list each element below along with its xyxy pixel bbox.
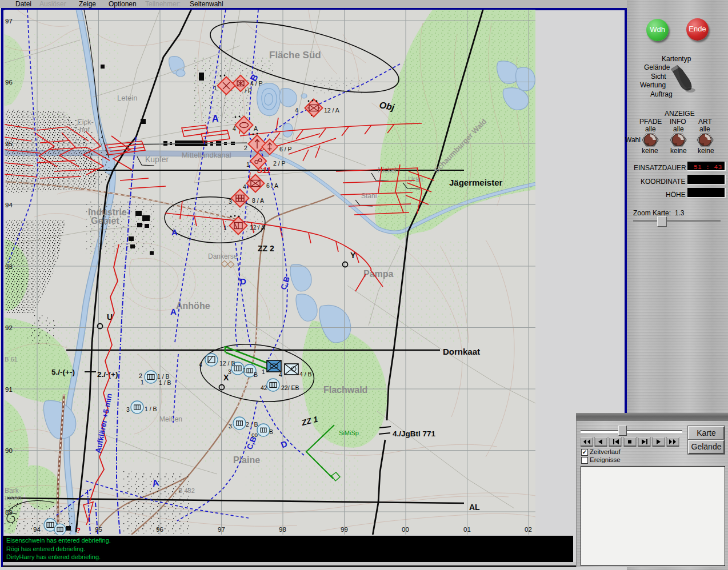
svg-text:90: 90 bbox=[5, 447, 13, 454]
svg-text:1 / B: 1 / B bbox=[159, 379, 171, 386]
svg-text:hof: hof bbox=[79, 125, 90, 134]
svg-text:2 / P: 2 / P bbox=[273, 160, 286, 167]
svg-text:Stahl: Stahl bbox=[361, 192, 377, 200]
svg-text:97: 97 bbox=[218, 526, 225, 533]
svg-text:Meißen: Meißen bbox=[159, 415, 182, 423]
svg-text:01: 01 bbox=[463, 526, 471, 533]
svg-text:4: 4 bbox=[243, 183, 246, 190]
svg-text:42: 42 bbox=[261, 384, 267, 391]
svg-text:89: 89 bbox=[5, 509, 13, 516]
svg-text:3: 3 bbox=[229, 423, 232, 429]
svg-text:98: 98 bbox=[279, 526, 286, 533]
svg-text:Dornkaat: Dornkaat bbox=[443, 347, 480, 356]
svg-text:3: 3 bbox=[229, 198, 232, 205]
svg-text:A: A bbox=[170, 307, 177, 316]
svg-text:Mittellandkanal: Mittellandkanal bbox=[182, 151, 231, 159]
svg-text:U: U bbox=[107, 312, 113, 322]
svg-text:22/ EB: 22/ EB bbox=[281, 384, 299, 391]
svg-text:ausen: ausen bbox=[3, 494, 22, 502]
svg-text:94: 94 bbox=[5, 202, 13, 208]
svg-text:2: 2 bbox=[244, 144, 247, 151]
svg-text:95: 95 bbox=[5, 141, 13, 147]
svg-text:6 / P: 6 / P bbox=[279, 146, 292, 152]
svg-text:A: A bbox=[254, 125, 258, 132]
svg-text:1 / B: 1 / B bbox=[145, 406, 157, 412]
svg-text:12 / A: 12 / A bbox=[250, 224, 265, 231]
svg-text:Pampa: Pampa bbox=[363, 269, 394, 279]
svg-text:91: 91 bbox=[5, 386, 13, 393]
svg-text:1: 1 bbox=[262, 368, 265, 375]
svg-text:99: 99 bbox=[341, 526, 348, 533]
svg-text:Flachwald: Flachwald bbox=[323, 385, 367, 395]
svg-text:Bark-: Bark- bbox=[5, 487, 21, 495]
svg-text:1: 1 bbox=[243, 367, 246, 374]
svg-text:4: 4 bbox=[295, 107, 298, 114]
svg-text:96: 96 bbox=[5, 79, 13, 86]
svg-text:A: A bbox=[212, 114, 219, 123]
svg-text:8 / A: 8 / A bbox=[252, 197, 264, 204]
svg-text:4: 4 bbox=[199, 361, 202, 368]
svg-text:Uran: Uran bbox=[408, 175, 423, 183]
svg-text:B 61: B 61 bbox=[5, 356, 18, 363]
svg-text:Gebiet: Gebiet bbox=[91, 216, 119, 226]
svg-text:B 482: B 482 bbox=[178, 487, 195, 494]
svg-text:95: 95 bbox=[95, 526, 102, 533]
svg-text:94: 94 bbox=[33, 526, 41, 533]
svg-text:1: 1 bbox=[246, 161, 250, 168]
svg-text:1: 1 bbox=[214, 85, 217, 91]
svg-text:97: 97 bbox=[5, 18, 13, 25]
svg-text:1: 1 bbox=[141, 379, 144, 386]
svg-text:B: B bbox=[254, 371, 258, 378]
svg-text:SiMiSp: SiMiSp bbox=[339, 429, 359, 436]
svg-text:AL: AL bbox=[469, 503, 480, 512]
svg-text:12 / A: 12 / A bbox=[324, 107, 339, 114]
svg-text:5./-(+-): 5./-(+-) bbox=[51, 368, 75, 376]
svg-text:Fläche Süd: Fläche Süd bbox=[269, 50, 321, 61]
svg-text:A: A bbox=[171, 227, 178, 237]
svg-text:co: co bbox=[251, 431, 258, 438]
svg-text:3: 3 bbox=[126, 406, 130, 413]
svg-text:Dankerse: Dankerse bbox=[208, 252, 238, 260]
svg-text:4 / P: 4 / P bbox=[250, 80, 263, 87]
svg-text:Jägermeister: Jägermeister bbox=[449, 178, 503, 187]
svg-text:1: 1 bbox=[223, 224, 227, 231]
svg-text:Anhöhe: Anhöhe bbox=[176, 301, 210, 311]
svg-text:93: 93 bbox=[5, 263, 13, 270]
svg-text:Letein: Letein bbox=[117, 94, 137, 102]
svg-text:02: 02 bbox=[525, 526, 532, 533]
svg-text:2./-(+): 2./-(+) bbox=[97, 370, 118, 379]
svg-text:12 / B: 12 / B bbox=[219, 360, 235, 367]
svg-text:6 / A: 6 / A bbox=[266, 182, 278, 189]
svg-text:Plaine: Plaine bbox=[233, 455, 260, 465]
svg-text:92: 92 bbox=[5, 324, 13, 331]
svg-text:4: 4 bbox=[279, 371, 282, 378]
svg-text:00: 00 bbox=[402, 526, 409, 533]
svg-text:3: 3 bbox=[228, 368, 231, 375]
svg-text:Kupfer: Kupfer bbox=[145, 155, 169, 164]
svg-text:?: ? bbox=[76, 526, 81, 535]
svg-text:96: 96 bbox=[156, 526, 163, 533]
svg-text:D: D bbox=[240, 276, 246, 286]
svg-text:2 / B: 2 / B bbox=[246, 421, 258, 428]
svg-text:ZZ 2: ZZ 2 bbox=[258, 244, 274, 253]
svg-text:B: B bbox=[269, 428, 273, 435]
svg-text:4 / B: 4 / B bbox=[299, 371, 312, 378]
svg-text:/ P: / P bbox=[245, 87, 252, 94]
svg-text:4: 4 bbox=[233, 125, 236, 132]
svg-text:4./JgBtl 771: 4./JgBtl 771 bbox=[393, 429, 436, 438]
